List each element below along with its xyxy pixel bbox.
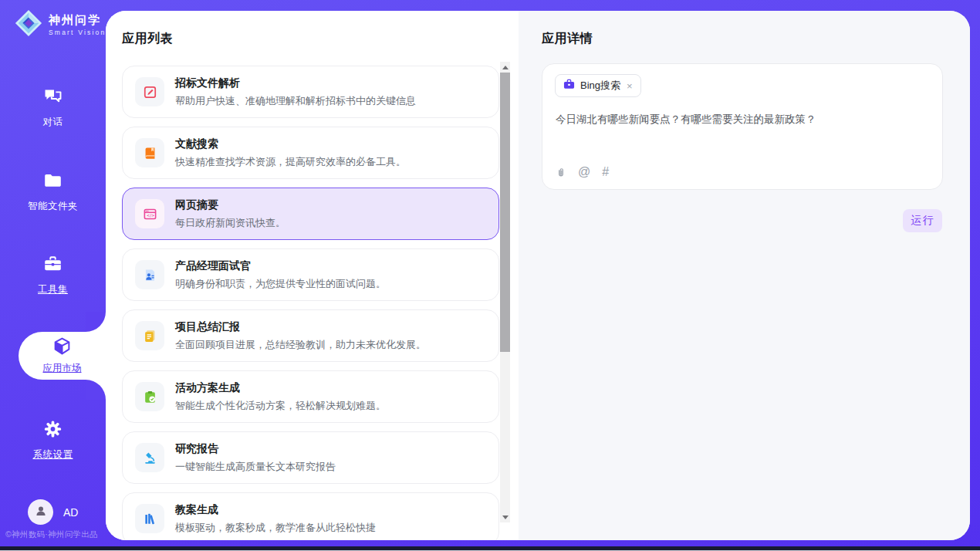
folder-icon [42, 171, 63, 194]
gear-icon [42, 419, 63, 442]
main-content: 应用列表 招标文件解析 帮助用户快速、准确地理解和解析招标书中的关键信息 [106, 11, 970, 540]
app-title: 研究报告 [175, 442, 336, 456]
microscope-icon [135, 443, 164, 472]
app-title: 项目总结汇报 [175, 320, 426, 334]
sidebar-item-label: 工具集 [38, 283, 68, 296]
app-card[interactable]: 招标文件解析 帮助用户快速、准确地理解和解析招标书中的关键信息 [122, 66, 499, 118]
sidebar-item-label: 智能文件夹 [28, 200, 78, 213]
app-list: 招标文件解析 帮助用户快速、准确地理解和解析招标书中的关键信息 文献搜索 [122, 66, 499, 540]
app-desc: 明确身份和职责，为您提供专业性的面试问题。 [175, 277, 386, 291]
user-initials: AD [63, 506, 78, 519]
copyright-text: ©神州数码·神州问学出品 [5, 529, 106, 540]
app-card-selected[interactable]: </> 网页摘要 每日政府新闻资讯快查。 [122, 188, 499, 240]
at-icon[interactable]: @ [578, 165, 590, 179]
app-desc: 模板驱动，教案秒成，教学准备从此轻松快捷 [175, 521, 376, 535]
app-list-title: 应用列表 [122, 31, 173, 47]
sidebar-item-toolkit[interactable]: 工具集 [0, 254, 106, 296]
close-icon[interactable]: × [627, 81, 633, 91]
user-avatar-icon [34, 504, 48, 521]
avatar [28, 499, 53, 525]
toolbox-icon [42, 254, 63, 277]
query-composer: Bing搜索 × 今日湖北有哪些新闻要点？有哪些需要关注的最新政策？ @ # [542, 63, 943, 190]
scroll-down-arrow-icon[interactable] [500, 512, 510, 522]
scroll-up-arrow-icon[interactable] [500, 62, 510, 73]
interview-icon [135, 260, 164, 289]
scrollbar-thumb[interactable] [500, 73, 510, 352]
app-desc: 一键智能生成高质量长文本研究报告 [175, 460, 336, 474]
paperclip-icon[interactable] [556, 166, 566, 179]
app-card[interactable]: 项目总结汇报 全面回顾项目进展，总结经验教训，助力未来优化发展。 [122, 309, 499, 362]
tool-tag-bing-search[interactable]: Bing搜索 × [555, 74, 641, 97]
app-detail-panel: 应用详情 Bing搜索 × 今日湖北有哪些新闻要点？有哪些需要关注的最新政策？ [519, 11, 970, 540]
books-icon [135, 504, 164, 533]
app-card[interactable]: 产品经理面试官 明确身份和职责，为您提供专业性的面试问题。 [122, 248, 499, 301]
sidebar-item-app-market[interactable]: 应用市场 [19, 332, 106, 380]
brand-name: 神州问学 [49, 13, 106, 28]
tool-tag-label: Bing搜索 [580, 79, 620, 93]
report-doc-icon [135, 321, 164, 350]
app-card[interactable]: 教案生成 模板驱动，教案秒成，教学准备从此轻松快捷 [122, 492, 499, 540]
sidebar-item-label: 系统设置 [33, 448, 73, 461]
app-title: 活动方案生成 [175, 381, 386, 395]
app-desc: 帮助用户快速、准确地理解和解析招标书中的关键信息 [175, 94, 416, 108]
app-detail-title: 应用详情 [542, 31, 593, 47]
app-desc: 每日政府新闻资讯快查。 [175, 216, 286, 230]
app-title: 文献搜索 [175, 137, 406, 151]
app-list-panel: 应用列表 招标文件解析 帮助用户快速、准确地理解和解析招标书中的关键信息 [106, 11, 519, 540]
clipboard-check-icon [135, 382, 164, 411]
app-background: 神州问学 Smart Vision 对话 智能文件夹 [0, 0, 980, 551]
app-title: 产品经理面试官 [175, 259, 386, 273]
run-button[interactable]: 运行 [903, 209, 942, 232]
sidebar-item-settings[interactable]: 系统设置 [0, 419, 106, 461]
app-title: 教案生成 [175, 503, 376, 517]
query-input[interactable]: 今日湖北有哪些新闻要点？有哪些需要关注的最新政策？ [556, 112, 930, 127]
chat-icon [42, 86, 63, 110]
app-card[interactable]: 活动方案生成 智能生成个性化活动方案，轻松解决规划难题。 [122, 370, 499, 423]
book-icon [135, 138, 164, 167]
app-desc: 快速精准查找学术资源，提高研究效率的必备工具。 [175, 155, 406, 169]
user-account[interactable]: AD [28, 499, 78, 525]
app-card[interactable]: 文献搜索 快速精准查找学术资源，提高研究效率的必备工具。 [122, 127, 499, 179]
composer-toolbar: @ # [556, 165, 609, 179]
web-code-icon: </> [135, 199, 164, 228]
briefcase-icon [563, 79, 575, 93]
svg-text:</>: </> [146, 213, 154, 218]
tab-curve-top [86, 312, 106, 332]
sidebar-item-label: 对话 [43, 116, 63, 129]
sidebar-item-smart-folder[interactable]: 智能文件夹 [0, 171, 106, 213]
cube-icon [52, 336, 72, 359]
brand-tagline: Smart Vision [49, 29, 106, 36]
sidebar: 神州问学 Smart Vision 对话 智能文件夹 [0, 0, 106, 546]
app-title: 网页摘要 [175, 198, 286, 212]
diamond-logo-icon [14, 8, 43, 41]
brand-logo: 神州问学 Smart Vision [14, 8, 106, 41]
app-desc: 智能生成个性化活动方案，轻松解决规划难题。 [175, 399, 386, 413]
tab-curve-bottom [86, 380, 106, 400]
hash-icon[interactable]: # [602, 165, 609, 179]
sidebar-item-chat[interactable]: 对话 [0, 86, 106, 129]
app-card[interactable]: 研究报告 一键智能生成高质量长文本研究报告 [122, 431, 499, 484]
app-list-scrollbar[interactable] [500, 62, 510, 522]
app-desc: 全面回顾项目进展，总结经验教训，助力未来优化发展。 [175, 338, 426, 352]
sidebar-item-label: 应用市场 [43, 362, 82, 375]
edit-document-icon [135, 77, 164, 106]
app-title: 招标文件解析 [175, 76, 416, 90]
